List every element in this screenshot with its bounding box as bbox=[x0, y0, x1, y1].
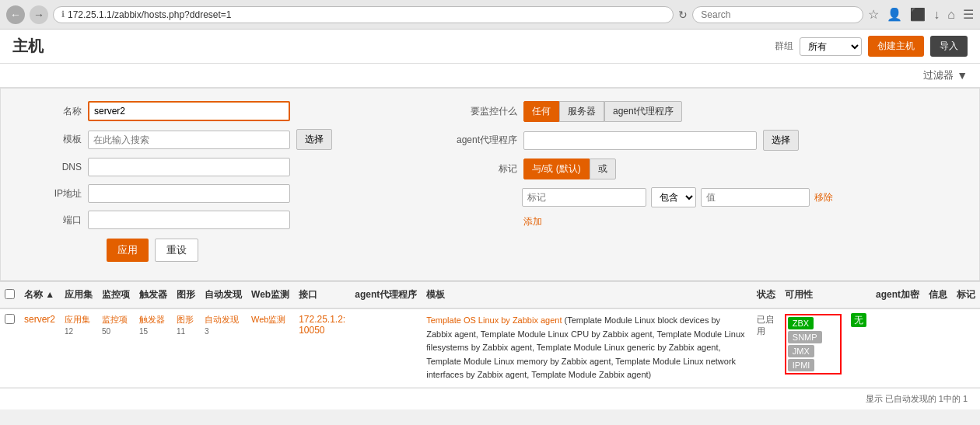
create-host-button[interactable]: 创建主机 bbox=[868, 36, 924, 57]
th-trigger: 触发器 bbox=[135, 282, 172, 308]
snmp-badge[interactable]: SNMP bbox=[788, 331, 822, 343]
th-web: Web监测 bbox=[247, 282, 294, 308]
name-input[interactable] bbox=[88, 101, 290, 121]
agent-proxy-select-button[interactable]: 选择 bbox=[763, 130, 799, 151]
zbx-badge[interactable]: ZBX bbox=[788, 317, 814, 329]
filter-bar: 过滤器 ▼ bbox=[0, 64, 980, 88]
row-availability-cell: ZBX SNMP JMX IPMI bbox=[780, 308, 846, 387]
table-row: server2 应用集 12 监控项 50 触发器 15 图形 11 bbox=[0, 308, 980, 387]
graph-link[interactable]: 图形 bbox=[177, 315, 194, 324]
row-checkbox-cell bbox=[0, 308, 19, 387]
user-icon[interactable]: 👤 bbox=[887, 7, 902, 22]
action-row: 应用 重设 bbox=[19, 232, 961, 268]
template-os-linux-link[interactable]: Template OS Linux by Zabbix agent bbox=[426, 315, 562, 325]
th-empty bbox=[846, 282, 871, 308]
ip-link[interactable]: 172.25.1.2:10050 bbox=[299, 314, 345, 336]
tag-name-input[interactable] bbox=[522, 188, 646, 207]
monitor-agent-button[interactable]: agent代理程序 bbox=[604, 101, 682, 122]
filter-right: 要监控什么 任何 服务器 agent代理程序 agent代理程序 选择 标记 与… bbox=[455, 101, 961, 229]
th-monitor: 监控项 bbox=[97, 282, 135, 308]
page-header: 主机 群组 所有 创建主机 导入 bbox=[0, 30, 980, 64]
tag-remove-link[interactable]: 移除 bbox=[814, 191, 833, 204]
hosts-table: 名称 ▲ 应用集 监控项 触发器 图形 自动发现 Web监测 接口 agent代… bbox=[0, 282, 980, 388]
template-input[interactable] bbox=[88, 131, 290, 149]
agent-proxy-label: agent代理程序 bbox=[455, 134, 517, 147]
browser-bar: ← → ℹ ↻ ☆ 👤 ⬛ ↓ ⌂ ☰ bbox=[0, 0, 980, 30]
appset-count: 12 bbox=[65, 327, 73, 336]
ipmi-badge[interactable]: IPMI bbox=[788, 359, 815, 371]
ip-label: IP地址 bbox=[19, 187, 82, 200]
row-checkbox[interactable] bbox=[5, 314, 15, 324]
ip-row: IP地址 bbox=[19, 184, 424, 203]
host-name-link[interactable]: server2 bbox=[24, 314, 55, 325]
port-label: 端口 bbox=[19, 214, 82, 227]
filter-form: 名称 模板 选择 DNS IP地址 端口 bbox=[0, 88, 980, 281]
download-icon[interactable]: ↓ bbox=[933, 8, 940, 22]
appset-link[interactable]: 应用集 bbox=[65, 315, 90, 324]
th-agent-encryption: agent加密 bbox=[871, 282, 924, 308]
dns-input[interactable] bbox=[88, 158, 290, 176]
row-agent-cell bbox=[350, 308, 422, 387]
th-appset: 应用集 bbox=[60, 282, 97, 308]
search-input[interactable] bbox=[701, 9, 825, 20]
agent-proxy-row: agent代理程序 选择 bbox=[455, 130, 961, 151]
tag-logic-or-button[interactable]: 或 bbox=[590, 159, 616, 179]
url-bar: ℹ bbox=[53, 6, 674, 23]
tag-add-link[interactable]: 添加 bbox=[523, 215, 542, 228]
group-select[interactable]: 所有 bbox=[800, 37, 862, 56]
monitor-link[interactable]: 监控项 bbox=[102, 315, 128, 324]
jmx-badge[interactable]: JMX bbox=[788, 345, 814, 357]
reset-button[interactable]: 重设 bbox=[155, 239, 198, 262]
tag-value-input[interactable] bbox=[701, 188, 810, 207]
th-tags: 标记 bbox=[952, 282, 980, 308]
url-input[interactable] bbox=[68, 9, 665, 20]
tag-row: 包含 等于 移除 bbox=[455, 187, 961, 207]
trigger-link[interactable]: 触发器 bbox=[139, 315, 165, 324]
dns-label: DNS bbox=[19, 162, 82, 172]
row-enabled-cell: 无 bbox=[846, 308, 871, 387]
tag-condition-select[interactable]: 包含 等于 bbox=[651, 187, 696, 207]
group-label: 群组 bbox=[775, 40, 793, 53]
refresh-button[interactable]: ↻ bbox=[678, 9, 688, 21]
template-select-button[interactable]: 选择 bbox=[296, 129, 332, 150]
status-text: 已启用 bbox=[757, 315, 774, 336]
th-graph: 图形 bbox=[172, 282, 200, 308]
port-input[interactable] bbox=[88, 211, 290, 229]
autodiscover-link[interactable]: 自动发现 bbox=[205, 315, 239, 324]
filter-icon[interactable]: ▼ bbox=[957, 69, 968, 82]
row-appset-cell: 应用集 12 bbox=[60, 308, 97, 387]
ip-input[interactable] bbox=[88, 184, 290, 203]
monitor-any-button[interactable]: 任何 bbox=[523, 101, 559, 122]
th-status: 状态 bbox=[752, 282, 780, 308]
th-name[interactable]: 名称 ▲ bbox=[19, 282, 60, 308]
header-right: 群组 所有 创建主机 导入 bbox=[775, 36, 968, 57]
row-graph-cell: 图形 11 bbox=[172, 308, 200, 387]
enabled-badge[interactable]: 无 bbox=[851, 313, 866, 327]
th-agent: agent代理程序 bbox=[350, 282, 422, 308]
page-title: 主机 bbox=[12, 36, 44, 57]
row-ip-cell: 172.25.1.2:10050 bbox=[294, 308, 350, 387]
monitor-server-button[interactable]: 服务器 bbox=[559, 101, 604, 122]
th-availability: 可用性 bbox=[780, 282, 846, 308]
import-button[interactable]: 导入 bbox=[930, 36, 968, 57]
row-trigger-cell: 触发器 15 bbox=[135, 308, 172, 387]
monitor-count: 50 bbox=[102, 327, 110, 336]
trigger-count: 15 bbox=[139, 327, 148, 336]
autodiscover-count: 3 bbox=[205, 327, 209, 336]
forward-button[interactable]: → bbox=[30, 5, 48, 24]
home-icon[interactable]: ⌂ bbox=[947, 8, 955, 22]
web-link[interactable]: Web监测 bbox=[251, 315, 285, 324]
tag-logic-row: 标记 与/或 (默认) 或 bbox=[455, 159, 961, 179]
filter-left: 名称 模板 选择 DNS IP地址 端口 bbox=[19, 101, 424, 229]
tag-logic-and-button[interactable]: 与/或 (默认) bbox=[523, 159, 590, 179]
graph-count: 11 bbox=[177, 327, 185, 336]
row-monitor-cell: 监控项 50 bbox=[97, 308, 135, 387]
menu-icon[interactable]: ☰ bbox=[963, 7, 974, 22]
select-all-checkbox[interactable] bbox=[5, 289, 15, 299]
agent-proxy-input[interactable] bbox=[523, 131, 757, 150]
template-text: Template OS Linux by Zabbix agent (Templ… bbox=[426, 314, 747, 382]
star-icon[interactable]: ☆ bbox=[868, 7, 879, 22]
apply-button[interactable]: 应用 bbox=[107, 239, 149, 262]
back-button[interactable]: ← bbox=[6, 5, 25, 24]
shield-icon[interactable]: ⬛ bbox=[910, 7, 926, 22]
